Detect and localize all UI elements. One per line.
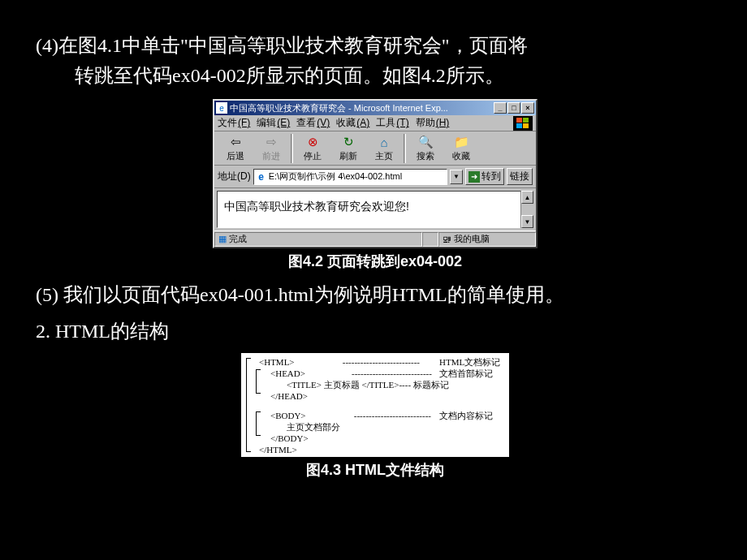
paragraph-5: (5) 我们以页面代码ex04-001.html为例说明HTML的简单使用。: [36, 279, 715, 310]
refresh-icon: ↻: [340, 134, 356, 150]
windows-logo-icon: [513, 116, 533, 131]
address-label: 地址(D): [218, 170, 251, 183]
menu-tools[interactable]: 工具(T): [376, 116, 408, 130]
status-pane-empty: [422, 232, 438, 247]
back-icon: ⇦: [227, 134, 244, 150]
svg-rect-2: [516, 123, 522, 128]
para4-line1: (4)在图4.1中单击"中国高等职业技术教育研究会"，页面将: [36, 35, 528, 56]
address-input[interactable]: e E:\网页制作\示例 4\ex04-002.html: [253, 169, 447, 185]
stop-button[interactable]: ⊗ 停止: [295, 133, 330, 163]
struct-head-close: </HEAD>: [270, 390, 308, 402]
struct-body-desc: 文档内容标记: [439, 410, 504, 421]
struct-head-open: <HEAD>: [270, 368, 352, 379]
status-pane-done: ▦ 完成: [214, 232, 422, 247]
menu-edit[interactable]: 编辑(E): [257, 116, 290, 130]
menu-help[interactable]: 帮助(H): [416, 116, 450, 130]
favorites-icon: 📁: [453, 134, 469, 150]
minimize-button[interactable]: _: [494, 102, 507, 114]
maximize-button[interactable]: □: [507, 102, 520, 114]
toolbar-separator: [404, 134, 406, 163]
bracket-outer: [246, 358, 251, 452]
struct-title-desc: 标题标记: [413, 379, 478, 390]
struct-html-open: <HTML>: [259, 356, 340, 368]
stop-icon: ⊗: [304, 134, 321, 150]
svg-rect-0: [516, 118, 522, 123]
browser-screenshot: e 中国高等职业技术教育研究会 - Microsoft Internet Exp…: [213, 99, 538, 248]
go-button[interactable]: ➜ 转到: [465, 168, 504, 185]
favorites-button[interactable]: 📁 收藏: [443, 133, 479, 163]
forward-button[interactable]: ⇨ 前进: [253, 133, 289, 163]
ie-icon: e: [216, 102, 227, 114]
forward-icon: ⇨: [263, 134, 279, 150]
address-value: E:\网页制作\示例 4\ex04-002.html: [269, 170, 402, 183]
vertical-scrollbar[interactable]: ▲ ▼: [520, 191, 533, 228]
page-content-area: 中国高等职业技术教育研究会欢迎您! ▲ ▼: [217, 191, 533, 228]
go-icon: ➜: [468, 171, 480, 183]
scroll-down-button[interactable]: ▼: [521, 215, 533, 228]
refresh-button[interactable]: ↻ 刷新: [330, 133, 366, 163]
window-titlebar: e 中国高等职业技术教育研究会 - Microsoft Internet Exp…: [214, 101, 536, 115]
struct-body-close: </BODY>: [270, 433, 309, 444]
bracket-body: [256, 411, 261, 436]
links-button[interactable]: 链接: [507, 168, 533, 185]
close-button[interactable]: ×: [521, 102, 534, 114]
toolbar: ⇦ 后退 ⇨ 前进 ⊗ 停止 ↻ 刷新 ⌂ 主页 🔍: [214, 131, 536, 166]
struct-body-open: <BODY>: [270, 410, 352, 421]
struct-html-desc: HTML文档标记: [439, 356, 504, 368]
home-icon: ⌂: [376, 134, 392, 150]
search-icon: 🔍: [417, 134, 434, 150]
page-content-text: 中国高等职业技术教育研究会欢迎您!: [224, 200, 409, 213]
struct-title: <TITLE> 主页标题 </TITLE>: [287, 379, 399, 390]
menu-favorites[interactable]: 收藏(A): [336, 116, 369, 130]
bracket-head: [256, 369, 261, 394]
struct-body-content: 主页文档部分: [287, 421, 340, 433]
struct-head-desc: 文档首部标记: [439, 368, 504, 379]
search-button[interactable]: 🔍 搜索: [408, 133, 443, 163]
status-pane-zone: 🖳 我的电脑: [438, 232, 536, 247]
scroll-up-button[interactable]: ▲: [521, 191, 533, 204]
address-bar: 地址(D) e E:\网页制作\示例 4\ex04-002.html ▼ ➜ 转…: [214, 166, 536, 188]
menu-file[interactable]: 文件(F): [218, 116, 250, 130]
figure-4-2-caption: 图4.2 页面转跳到ex04-002: [36, 252, 715, 271]
menubar: 文件(F) 编辑(E) 查看(V) 收藏(A) 工具(T) 帮助(H): [214, 115, 536, 131]
address-dropdown-button[interactable]: ▼: [450, 170, 463, 184]
figure-4-3-caption: 图4.3 HTML文件结构: [36, 460, 715, 480]
back-button[interactable]: ⇦ 后退: [218, 133, 253, 163]
svg-rect-3: [523, 123, 529, 128]
toolbar-separator: [291, 134, 293, 163]
para4-line2: 转跳至代码ex04-002所显示的页面。如图4.2所示。: [36, 61, 715, 91]
computer-icon: 🖳: [443, 235, 451, 244]
paragraph-6: 2. HTML的结构: [36, 316, 715, 347]
window-title: 中国高等职业技术教育研究会 - Microsoft Internet Exp..…: [230, 102, 494, 114]
done-icon: ▦: [218, 234, 227, 244]
status-bar: ▦ 完成 🖳 我的电脑: [214, 230, 536, 247]
struct-html-close: </HTML>: [259, 444, 297, 455]
svg-rect-1: [523, 118, 529, 123]
html-structure-diagram: <HTML> -------------------------- HTML文档…: [241, 353, 509, 457]
home-button[interactable]: ⌂ 主页: [366, 133, 402, 163]
menu-view[interactable]: 查看(V): [296, 116, 330, 130]
paragraph-4: (4)在图4.1中单击"中国高等职业技术教育研究会"，页面将 转跳至代码ex04…: [36, 31, 715, 91]
page-icon: e: [256, 171, 267, 183]
